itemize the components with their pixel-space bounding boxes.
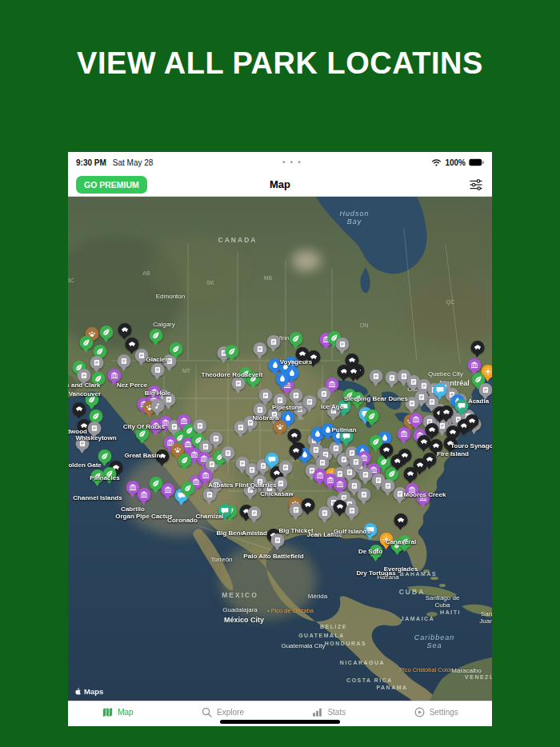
park-label: Cabrillo (121, 505, 145, 513)
wifi-icon (431, 158, 442, 167)
tab-label: Map (118, 708, 133, 717)
park-label: Theodore Roosevelt (202, 371, 263, 378)
tab-bar: MapExploreStatsSettings (68, 701, 492, 726)
park-label: Amistad (242, 529, 267, 537)
park-label: Glacier (146, 356, 167, 363)
park-label: City Of Rocks (123, 423, 165, 430)
filter-button[interactable] (468, 177, 484, 193)
park-label: Niobrara (253, 414, 279, 421)
park-label: Nez Perce (117, 381, 147, 389)
park-label: Voyageurs (280, 358, 312, 366)
park-label: Chamizal (195, 513, 223, 520)
park-labels-layer: GlacierTheodore RooseveltNez PerceBig Ho… (68, 197, 492, 701)
tab-explore[interactable]: Explore (196, 705, 249, 720)
park-label: Channel Islands (73, 494, 122, 501)
park-label: Golden Gate (68, 461, 102, 469)
page-title: VIEW ALL PARK LOCATINS (0, 46, 560, 81)
home-indicator[interactable] (220, 720, 340, 724)
park-label: Organ Pipe Cactus (115, 513, 173, 520)
park-label: Big Bend (216, 529, 244, 537)
nav-bar: GO PREMIUM Map (68, 173, 492, 197)
tab-label: Settings (430, 708, 458, 717)
park-label: Fire Island (437, 450, 469, 457)
go-premium-button[interactable]: GO PREMIUM (76, 176, 147, 194)
tab-settings[interactable]: Settings (409, 705, 463, 720)
park-label: Ice Age (321, 403, 343, 410)
device-screenshot: 9:30 PM Sat May 28 • • • 100% GO PREMIUM (68, 152, 492, 726)
park-label: Acadia (468, 397, 489, 405)
park-label: Pullman (331, 426, 356, 433)
tab-stats[interactable]: Stats (306, 705, 350, 720)
settings-icon (414, 706, 426, 718)
battery-percent: 100% (445, 158, 466, 167)
promo-page: VIEW ALL PARK LOCATINS 9:30 PM Sat May 2… (0, 0, 560, 747)
tab-label: Stats (327, 708, 346, 717)
park-label: Whiskeytown (75, 434, 116, 441)
tab-label: Explore (217, 708, 244, 717)
park-label: Fort Vancouver (68, 390, 101, 397)
park-label: De Soto (358, 548, 382, 555)
park-label: Everglades (384, 565, 418, 573)
maps-attribution: Maps (74, 687, 103, 696)
park-label: Palo Alto Battlefield (243, 553, 303, 560)
park-label: Great Basin (125, 452, 161, 459)
maps-attribution-label: Maps (84, 687, 103, 696)
multitask-dots: • • • (282, 158, 302, 166)
park-label: Moores Creek (404, 491, 446, 498)
tab-map[interactable]: Map (97, 705, 138, 720)
park-label: Coronado (167, 517, 198, 524)
park-label: Big Hole (145, 389, 170, 397)
park-label: Canaveral (386, 538, 416, 545)
park-label: Pipestone (272, 404, 302, 411)
search-icon (201, 706, 213, 718)
map-view[interactable]: Hudson BayCANADAEdmontonCalgaryWinnipegQ… (68, 197, 492, 701)
apple-logo-icon (74, 688, 82, 696)
park-label: Chickasaw (260, 490, 293, 497)
park-label: Touro Synagogue (450, 442, 492, 449)
park-label: Redwood (68, 428, 87, 435)
date: Sat May 28 (113, 158, 154, 167)
park-label: Pinnacles (90, 474, 119, 481)
battery-icon (469, 158, 484, 166)
status-bar: 9:30 PM Sat May 28 • • • 100% (68, 152, 492, 173)
park-label: Sleeping Bear Dunes (344, 395, 408, 402)
stats-icon (311, 706, 323, 718)
sliders-icon (468, 177, 484, 193)
park-label: Alibates Flint Quarries (208, 481, 276, 489)
park-label: Gulf Islands (334, 528, 370, 535)
clock: 9:30 PM (76, 158, 106, 167)
map-icon (102, 706, 114, 718)
park-label: Lewis and Clark (68, 381, 100, 389)
